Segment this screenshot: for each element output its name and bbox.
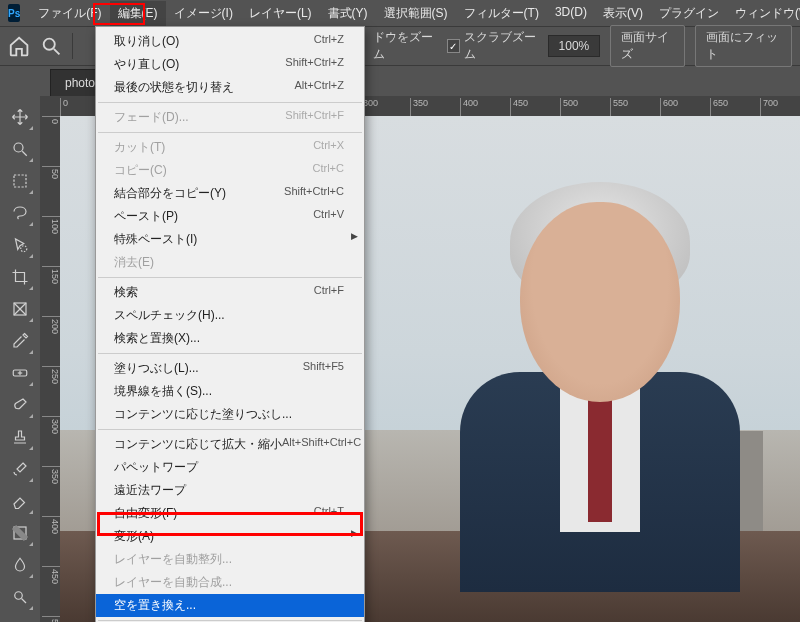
menu-編集(E)[interactable]: 編集(E) [110,1,166,26]
zoom-tool-icon[interactable] [40,34,62,59]
brush-tool[interactable] [5,390,35,420]
svg-rect-4 [14,175,26,187]
svg-point-2 [14,143,23,152]
menu-item-特殊ペースト(I)[interactable]: 特殊ペースト(I)▶ [96,228,364,251]
menu-ファイル(F)[interactable]: ファイル(F) [30,1,109,26]
edit-menu-dropdown: 取り消し(O)Ctrl+Zやり直し(O)Shift+Ctrl+Z最後の状態を切り… [95,26,365,622]
scrubby-zoom-checkbox[interactable]: ✓ [447,39,460,53]
pen-tool[interactable] [5,614,35,622]
menu-item-遠近法ワープ[interactable]: 遠近法ワープ [96,479,364,502]
fit-screen-button[interactable]: 画面サイズ [610,25,685,67]
menu-item-スペルチェック(H)...[interactable]: スペルチェック(H)... [96,304,364,327]
menu-item-検索[interactable]: 検索Ctrl+F [96,281,364,304]
menu-item-パペットワープ[interactable]: パペットワープ [96,456,364,479]
menu-選択範囲(S)[interactable]: 選択範囲(S) [376,1,456,26]
fit-window-button[interactable]: 画面にフィット [695,25,792,67]
move-tool[interactable] [5,102,35,132]
menu-item-フェード(D)...: フェード(D)...Shift+Ctrl+F [96,106,364,129]
zoom-window-label: ドウをズーム [373,29,437,63]
quick-select-tool[interactable] [5,230,35,260]
menubar: Ps ファイル(F)編集(E)イメージ(I)レイヤー(L)書式(Y)選択範囲(S… [0,0,800,26]
eyedropper-tool[interactable] [5,326,35,356]
stamp-tool[interactable] [5,422,35,452]
app-logo: Ps [8,4,20,22]
menu-item-自由変形(F)[interactable]: 自由変形(F)Ctrl+T [96,502,364,525]
svg-point-0 [44,39,55,50]
menu-フィルター(T)[interactable]: フィルター(T) [456,1,547,26]
menu-ウィンドウ(W)[interactable]: ウィンドウ(W) [727,1,800,26]
menu-書式(Y)[interactable]: 書式(Y) [320,1,376,26]
eraser-tool[interactable] [5,486,35,516]
gradient-tool[interactable] [5,518,35,548]
menu-イメージ(I)[interactable]: イメージ(I) [166,1,241,26]
menu-item-検索と置換(X)...[interactable]: 検索と置換(X)... [96,327,364,350]
menu-item-レイヤーを自動整列...: レイヤーを自動整列... [96,548,364,571]
svg-line-1 [54,49,60,55]
menu-item-コンテンツに応じた塗りつぶし...[interactable]: コンテンツに応じた塗りつぶし... [96,403,364,426]
marquee-tool[interactable] [5,166,35,196]
menu-item-消去(E): 消去(E) [96,251,364,274]
blur-tool[interactable] [5,550,35,580]
svg-line-14 [22,599,27,604]
menu-item-カット(T): カット(T)Ctrl+X [96,136,364,159]
crop-tool[interactable] [5,262,35,292]
menu-item-コンテンツに応じて拡大・縮小[interactable]: コンテンツに応じて拡大・縮小Alt+Shift+Ctrl+C [96,433,364,456]
menu-item-境界線を描く(S)...[interactable]: 境界線を描く(S)... [96,380,364,403]
frame-tool[interactable] [5,294,35,324]
menu-プラグイン[interactable]: プラグイン [651,1,727,26]
menu-item-コピー(C): コピー(C)Ctrl+C [96,159,364,182]
lasso-tool[interactable] [5,198,35,228]
dodge-tool[interactable] [5,582,35,612]
scrubby-zoom-label: スクラブズーム [464,29,538,63]
zoom-percent[interactable]: 100% [548,35,601,57]
menu-item-塗りつぶし(L)...[interactable]: 塗りつぶし(L)...Shift+F5 [96,357,364,380]
menu-3D(D)[interactable]: 3D(D) [547,1,595,26]
healing-tool[interactable] [5,358,35,388]
menu-レイヤー(L)[interactable]: レイヤー(L) [241,1,320,26]
menu-item-最後の状態を切り替え[interactable]: 最後の状態を切り替えAlt+Ctrl+Z [96,76,364,99]
menu-item-やり直し(O)[interactable]: やり直し(O)Shift+Ctrl+Z [96,53,364,76]
tools-panel [0,96,40,622]
menu-item-レイヤーを自動合成...: レイヤーを自動合成... [96,571,364,594]
svg-line-3 [22,151,27,156]
menu-表示(V)[interactable]: 表示(V) [595,1,651,26]
menu-item-変形(A)[interactable]: 変形(A)▶ [96,525,364,548]
svg-point-5 [21,246,27,252]
menu-item-空を置き換え...[interactable]: 空を置き換え... [96,594,364,617]
menu-item-取り消し(O)[interactable]: 取り消し(O)Ctrl+Z [96,30,364,53]
menu-item-ペースト(P)[interactable]: ペースト(P)Ctrl+V [96,205,364,228]
home-icon[interactable] [8,34,30,59]
menu-item-結合部分をコピー(Y)[interactable]: 結合部分をコピー(Y)Shift+Ctrl+C [96,182,364,205]
zoom-tool[interactable] [5,134,35,164]
history-brush-tool[interactable] [5,454,35,484]
ruler-vertical: 050100150200250300350400450500 [40,116,60,622]
svg-point-13 [15,592,23,600]
